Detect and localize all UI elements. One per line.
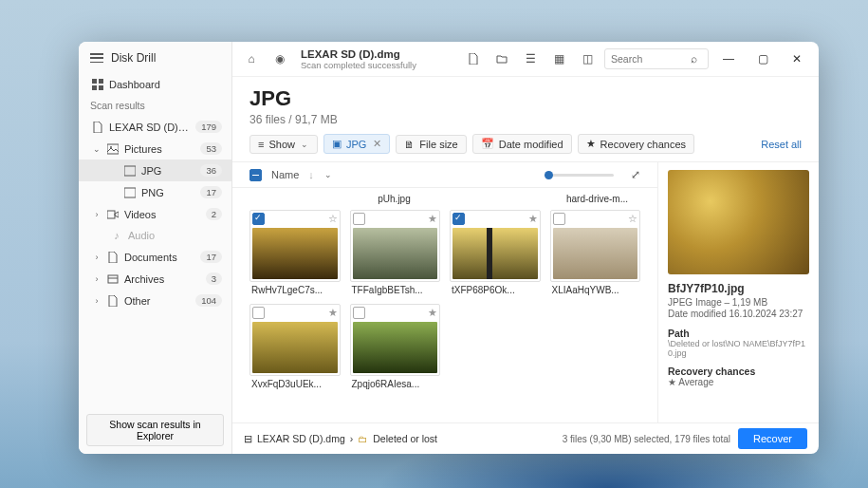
reset-all-link[interactable]: Reset all [761,139,802,150]
source-name: LEXAR SD (D).dmg [301,48,416,60]
thumbnail-grid: ☆ RwHv7LgeC7s... ★ TFFaIgbBETsh... ★ tXF… [249,210,640,392]
sidebar-item-videos[interactable]: › Videos 2 [79,203,231,225]
file-name: RwHv7LgeC7s... [249,282,341,298]
list-header: Name ↓ ⌄ ⤢ [232,162,657,188]
count-badge: 2 [206,208,222,220]
file-checkbox[interactable] [553,213,565,225]
sidebar-item-label: Archives [124,273,200,285]
chevron-down-icon[interactable]: ⌄ [323,170,333,179]
list-view-icon[interactable]: ☰ [519,47,542,70]
svg-rect-3 [99,85,103,90]
chip-recovery[interactable]: ★Recovery chances [578,134,695,154]
svg-rect-2 [92,85,97,90]
archive-icon [107,273,119,285]
star-icon: ★ [586,138,596,150]
chip-date[interactable]: 📅Date modified [472,134,572,154]
thumbnail [353,228,438,279]
sidebar-item-png[interactable]: PNG 17 [79,181,231,203]
breadcrumb-item[interactable]: LEXAR SD (D).dmg [257,433,345,444]
file-name: hard-drive-m... [554,194,640,204]
panel-icon[interactable]: ◫ [576,47,599,70]
chip-filesize[interactable]: 🗎File size [396,135,466,154]
preview-path: \Deleted or lost\NO NAME\BfJY7fP10.jpg [668,339,809,358]
sidebar-item-archives[interactable]: › Archives 3 [79,268,231,290]
chip-jpg[interactable]: ▣JPG✕ [323,134,390,154]
file-card[interactable]: ☆ RwHv7LgeC7s... [249,210,341,298]
file-card[interactable]: ★ XvxFqD3uUEk... [249,304,341,392]
preview-panel: BfJY7fP10.jpg JPEG Image – 1,19 MB Date … [657,162,819,422]
search-input[interactable] [611,53,687,65]
file-checkbox[interactable] [353,307,365,319]
sidebar-item-pictures[interactable]: ⌄ Pictures 53 [79,138,231,160]
grid-view-icon[interactable]: ▦ [547,47,570,70]
search-icon: ⌕ [691,52,697,66]
thumbnail [353,322,438,373]
file-card[interactable]: ★ Zpqjo6RAIesa... [350,304,441,392]
sidebar-item-source[interactable]: LEXAR SD (D).dmg 179 [79,116,231,138]
sidebar-item-documents[interactable]: › Documents 17 [79,246,231,268]
star-icon: ☆ [328,213,338,225]
count-badge: 36 [200,164,222,177]
sidebar-section-scan: Scan results [79,95,231,116]
show-in-explorer-button[interactable]: Show scan results in Explorer [86,414,224,446]
sidebar-item-jpg[interactable]: JPG 36 [79,160,231,181]
chevron-right-icon: › [92,253,102,262]
file-checkbox[interactable] [252,307,265,319]
sidebar-item-label: LEXAR SD (D).dmg [109,122,190,133]
svg-rect-9 [108,275,118,283]
star-icon: ★ [528,213,538,225]
filter-bar: ≡ Show ⌄ ▣JPG✕ 🗎File size 📅Date modified… [232,134,819,161]
new-file-icon[interactable] [462,47,485,70]
close-button[interactable]: ✕ [783,52,811,66]
search-field[interactable]: ⌕ [604,48,709,69]
preview-recovery-label: Recovery chances [668,366,809,377]
recover-button[interactable]: Recover [738,428,807,449]
sidebar-item-audio[interactable]: ♪ Audio [79,225,231,246]
folder-icon: 🗀 [358,433,368,444]
count-badge: 179 [195,121,222,133]
maximize-button[interactable]: ▢ [748,52,777,66]
column-name[interactable]: Name [271,169,299,180]
preview-type: JPEG Image – 1,19 MB [668,297,809,308]
file-card[interactable]: ☆ XLIAaHqYWB... [550,210,641,298]
dashboard-icon [92,79,103,90]
count-badge: 3 [206,272,222,285]
svg-rect-0 [92,79,97,84]
breadcrumb-item[interactable]: Deleted or lost [373,433,437,444]
file-checkbox[interactable] [252,213,265,225]
folder-icon[interactable] [490,47,513,70]
sidebar-dashboard[interactable]: Dashboard [79,74,231,95]
sort-icon[interactable]: ↓ [308,169,314,180]
thumbnail [553,228,638,279]
file-card[interactable]: ★ TFFaIgbBETsh... [350,210,441,298]
select-all-checkbox[interactable] [249,169,262,181]
thumbnail [252,322,338,373]
file-name: XLIAaHqYWB... [550,282,641,298]
top-bar: ⌂ ◉ LEXAR SD (D).dmg Scan completed succ… [232,42,819,77]
file-name: Zpqjo6RAIesa... [350,376,441,392]
expand-icon[interactable]: ⤢ [631,168,640,181]
count-badge: 53 [200,142,222,155]
file-card[interactable]: ★ tXFP68P6Ok... [450,210,541,298]
star-icon: ★ [428,307,437,319]
home-icon[interactable]: ⌂ [240,47,263,70]
file-icon [92,122,103,133]
minimize-button[interactable]: — [714,52,743,66]
image-icon [124,187,136,198]
thumbnail-size-slider[interactable] [547,174,614,177]
sidebar: Disk Drill Dashboard Scan results LEXAR … [79,42,232,454]
show-dropdown[interactable]: ≡ Show ⌄ [249,135,318,154]
preview-recovery-value: ★ Average [668,377,809,387]
file-icon [107,295,119,307]
file-checkbox[interactable] [452,213,465,225]
breadcrumb[interactable]: ⊟ LEXAR SD (D).dmg › 🗀 Deleted or lost [244,433,437,444]
chevron-down-icon: ⌄ [92,144,102,154]
thumbnail [452,228,538,279]
sidebar-item-label: Pictures [124,143,194,155]
file-checkbox[interactable] [353,213,365,225]
star-icon: ☆ [628,213,637,225]
source-info: LEXAR SD (D).dmg Scan completed successf… [301,48,416,70]
hamburger-icon[interactable] [90,53,103,63]
remove-chip-icon[interactable]: ✕ [373,138,381,150]
sidebar-item-other[interactable]: › Other 104 [79,290,231,311]
